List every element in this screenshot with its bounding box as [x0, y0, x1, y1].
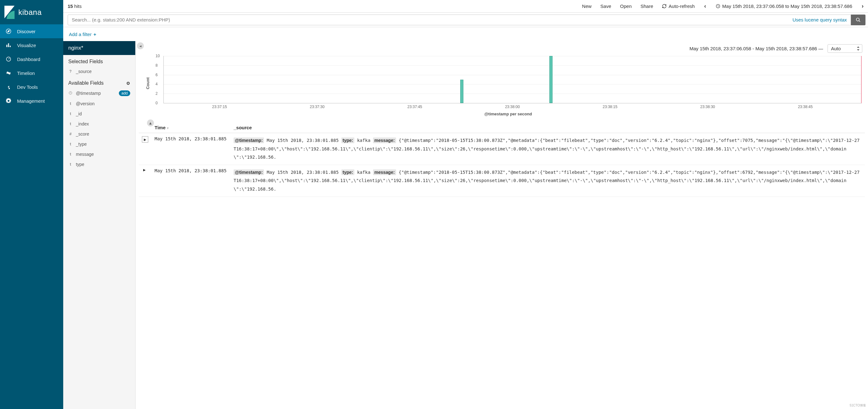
wrench-icon	[6, 84, 11, 90]
fieldtype-unknown-icon: ?	[68, 69, 73, 74]
search-icon	[856, 18, 861, 23]
save-button[interactable]: Save	[599, 3, 612, 9]
row-time: May 15th 2018, 23:38:01.885	[151, 165, 230, 197]
field-name: @version	[76, 101, 94, 106]
fieldtype-number-icon: #	[68, 132, 73, 136]
fieldtype-text-icon: t	[68, 152, 73, 156]
field-sidebar: nginx* Selected Fields ? _source Availab…	[63, 41, 135, 409]
open-button[interactable]: Open	[619, 3, 633, 9]
field-score[interactable]: #_score	[63, 129, 135, 139]
field-type2[interactable]: ttype	[63, 159, 135, 169]
brand-name: kibana	[18, 8, 42, 17]
nav-dashboard[interactable]: Dashboard	[0, 52, 63, 66]
new-button[interactable]: New	[581, 3, 593, 9]
svg-point-7	[856, 18, 859, 21]
table-row: ▶May 15th 2018, 23:38:01.885@timestamp: …	[139, 133, 865, 165]
available-fields-header: Available Fields	[63, 76, 135, 88]
nav-visualize[interactable]: Visualize	[0, 38, 63, 52]
histogram-header: May 15th 2018, 23:37:06.058 - May 15th 2…	[139, 43, 865, 56]
histogram-range: May 15th 2018, 23:37:06.058 - May 15th 2…	[689, 46, 823, 51]
share-button[interactable]: Share	[639, 3, 654, 9]
field-index[interactable]: t_index	[63, 119, 135, 129]
field-name: @timestamp	[76, 91, 101, 96]
search-input[interactable]: Search... (e.g. status:200 AND extension…	[68, 14, 851, 25]
gear-icon[interactable]	[126, 81, 130, 85]
y-axis-label: Count	[146, 77, 150, 90]
svg-rect-4	[10, 46, 11, 48]
autorefresh-label: Auto-refresh	[669, 3, 695, 9]
hits-count: 15 hits	[68, 3, 82, 9]
source-header: _source	[230, 122, 865, 133]
field-source[interactable]: ? _source	[63, 66, 135, 76]
row-source: @timestamp: May 15th 2018, 23:38:01.885 …	[230, 165, 865, 197]
field-name: _type	[76, 141, 87, 147]
nav-label: Discover	[17, 29, 35, 34]
selected-fields-header: Selected Fields	[63, 55, 135, 66]
bar-chart-icon	[6, 42, 11, 48]
collapse-histogram-button[interactable]: ▲	[147, 120, 154, 126]
field-name: _index	[76, 121, 89, 126]
x-axis-label: @timestamp per second	[155, 112, 862, 116]
interval-select[interactable]: Auto	[828, 44, 862, 53]
gauge-icon	[6, 56, 11, 62]
row-source: @timestamp: May 15th 2018, 23:38:01.885 …	[230, 133, 865, 165]
clock-icon	[68, 91, 73, 96]
detail-panel: ◂ May 15th 2018, 23:37:06.058 - May 15th…	[135, 41, 868, 409]
main: 15 hits New Save Open Share Auto-refresh…	[63, 0, 868, 409]
histogram-bar[interactable]	[460, 80, 463, 103]
topbar: 15 hits New Save Open Share Auto-refresh…	[63, 0, 868, 13]
row-time: May 15th 2018, 23:38:01.885	[151, 133, 230, 165]
nav-label: Dashboard	[17, 57, 40, 62]
add-filter-button[interactable]: Add a filter +	[69, 32, 96, 37]
svg-rect-2	[6, 45, 7, 48]
svg-rect-3	[8, 43, 9, 47]
collapse-sidebar-button[interactable]: ◂	[137, 42, 144, 49]
time-next-button[interactable]: ›	[860, 3, 865, 9]
nav-label: Management	[17, 98, 45, 104]
gear-icon	[6, 98, 11, 104]
watermark: 51CTO博客	[850, 403, 866, 408]
fieldtype-text-icon: t	[68, 112, 73, 116]
field-name: message	[76, 152, 94, 157]
fieldtype-text-icon: t	[68, 101, 73, 106]
search-hint[interactable]: Uses lucene query syntax	[793, 17, 847, 23]
histogram-chart: Count 246810023:37:1523:37:3023:37:4523:…	[155, 56, 862, 116]
results-table: Time▼ _source ▶May 15th 2018, 23:38:01.8…	[139, 122, 865, 197]
svg-marker-1	[8, 30, 9, 32]
compass-icon	[6, 28, 11, 34]
filter-row: Add a filter +	[63, 27, 868, 41]
field-name: _score	[76, 131, 89, 136]
nav-label: Visualize	[17, 43, 36, 48]
fieldtype-text-icon: t	[68, 142, 73, 146]
table-row: ▶May 15th 2018, 23:38:01.885@timestamp: …	[139, 165, 865, 197]
add-field-button[interactable]: add	[119, 90, 130, 96]
nav-management[interactable]: Management	[0, 94, 63, 108]
field-name: _id	[76, 111, 82, 116]
field-id[interactable]: t_id	[63, 109, 135, 119]
sort-desc-icon: ▼	[166, 126, 169, 130]
refresh-icon	[662, 4, 666, 8]
search-placeholder: Search... (e.g. status:200 AND extension…	[72, 17, 170, 23]
field-timestamp[interactable]: @timestamp add	[63, 88, 135, 99]
fieldtype-text-icon: t	[68, 122, 73, 126]
index-pattern[interactable]: nginx*	[63, 41, 135, 55]
search-button[interactable]	[851, 14, 865, 25]
nav-discover[interactable]: Discover	[0, 24, 63, 38]
timerange-label: May 15th 2018, 23:37:06.058 to May 15th …	[722, 3, 852, 9]
time-prev-button[interactable]: ‹	[702, 3, 708, 9]
time-header[interactable]: Time▼	[151, 122, 230, 133]
search-row: Search... (e.g. status:200 AND extension…	[63, 13, 868, 27]
histogram-bar[interactable]	[549, 56, 553, 103]
clock-icon	[716, 4, 720, 8]
expand-row-button[interactable]: ▶	[142, 136, 148, 143]
nav-devtools[interactable]: Dev Tools	[0, 80, 63, 94]
field-message[interactable]: tmessage	[63, 149, 135, 159]
plus-icon: +	[94, 32, 96, 37]
field-version[interactable]: t@version	[63, 99, 135, 109]
nav-label: Dev Tools	[17, 84, 38, 90]
nav-timelion[interactable]: Timelion	[0, 66, 63, 80]
field-type[interactable]: t_type	[63, 139, 135, 149]
expand-row-button[interactable]: ▶	[142, 168, 148, 171]
timerange-picker[interactable]: May 15th 2018, 23:37:06.058 to May 15th …	[714, 3, 854, 9]
autorefresh-button[interactable]: Auto-refresh	[661, 3, 696, 9]
